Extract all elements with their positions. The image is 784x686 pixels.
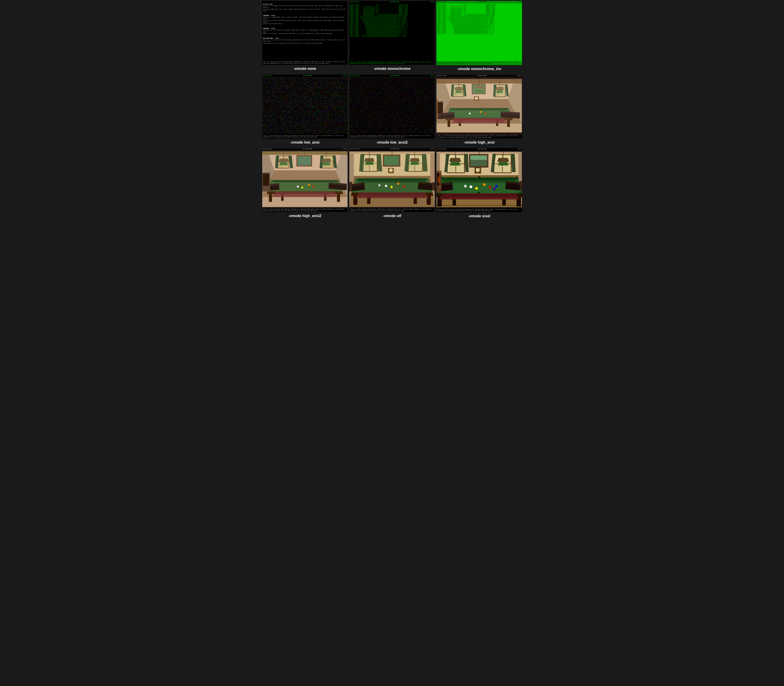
low-ansi2-title-right: 10/91 — [430, 75, 434, 77]
utf-title-left: Billiard Room — [350, 149, 359, 150]
svg-marker-35 — [451, 108, 508, 110]
svg-point-209 — [519, 192, 522, 195]
mono-titlebar: Billiard Room BILLIARD ROOM 10/91 — [349, 1, 435, 4]
svg-point-212 — [489, 186, 491, 189]
high-ansi2-title-right: 10/91 — [343, 149, 347, 150]
svg-marker-83 — [321, 158, 332, 162]
low-ansi2-label: -vmode low_ansi2 — [377, 140, 408, 144]
svg-point-210 — [469, 185, 473, 188]
mono-title-right: 10/91 — [430, 2, 434, 3]
screen-low-ansi: Billiard Room BILLIARD ROOM 10/91 This i… — [262, 75, 347, 139]
svg-marker-31 — [496, 90, 503, 93]
low-ansi-title-left: Billiard Room — [263, 75, 272, 77]
svg-rect-44 — [437, 102, 443, 114]
svg-point-96 — [301, 186, 303, 189]
svg-point-146 — [403, 185, 405, 188]
svg-marker-138 — [410, 162, 419, 165]
svg-marker-203 — [442, 181, 517, 183]
sixel-title-center: BILLIARD ROOM — [478, 149, 486, 150]
svg-point-95 — [312, 186, 315, 188]
cell-high-ansi: Billiard Room BILLIARD ROOM 10/91 — [435, 74, 523, 147]
svg-marker-142 — [357, 179, 427, 181]
sixel-caption: This is a large room with dim lighting, … — [437, 208, 522, 212]
svg-point-25 — [475, 88, 484, 90]
high-ansi-title-right: 10/91 — [517, 75, 521, 77]
svg-point-213 — [475, 187, 478, 190]
svg-point-230 — [520, 187, 521, 188]
cell-none: Entrance Hall Visitors are brought to th… — [261, 0, 349, 74]
svg-marker-195 — [450, 162, 461, 166]
svg-rect-239 — [438, 178, 439, 183]
svg-rect-174 — [437, 205, 522, 206]
sixel-room-label: Billiard Room — [437, 149, 446, 150]
none-terminal: Entrance Hall Visitors are brought to th… — [262, 1, 347, 47]
low-ansi-title-right: 10/91 — [343, 75, 347, 77]
svg-marker-135 — [365, 162, 374, 165]
sixel-label: -vmode sixel — [468, 214, 490, 218]
svg-marker-84 — [322, 162, 331, 165]
high-ansi-label: -vmode high_ansi — [464, 140, 495, 144]
screen-low-ansi2: Billiard Room BILLIARD ROOM 10/91 This i… — [349, 75, 435, 139]
screen-high-ansi2: Billiard Room BILLIARD ROOM 10/91 — [262, 148, 347, 212]
low-ansi2-titlebar: Billiard Room BILLIARD ROOM 10/91 — [349, 75, 435, 77]
cell-low-ansi: Billiard Room BILLIARD ROOM 10/91 This i… — [261, 74, 349, 147]
svg-point-94 — [308, 184, 310, 186]
low-ansi2-caption: This is a large room with dim lighting, … — [349, 135, 435, 139]
utf-caption: This is a large room with dim lighting, … — [349, 208, 435, 212]
screen-utf: Billiard Room BILLIARD ROOM 10/91 — [349, 148, 435, 212]
utf-room-svg — [349, 150, 435, 208]
mono-inv-ascii: +$$$$197.081$$$+,.......................… — [437, 4, 521, 35]
utf-title-right: 10/91 — [430, 149, 434, 150]
svg-rect-237 — [437, 171, 442, 173]
cell-utf: Billiard Room BILLIARD ROOM 10/91 — [349, 147, 435, 221]
mono-inv-caption: This is a large room with dim lighting, … — [437, 61, 522, 65]
sixel-titlebar: Billiard Room BILLIARD ROOM 10/91 — [437, 148, 522, 151]
high-ansi-title-center: BILLIARD ROOM — [478, 75, 486, 77]
low-ansi2-title-left: Billiard Room — [350, 75, 359, 77]
svg-point-147 — [391, 186, 393, 188]
svg-rect-36 — [448, 120, 450, 127]
svg-marker-28 — [455, 90, 462, 93]
sixel-title-right: 10/91 — [517, 149, 521, 150]
low-ansi-caption: This is a large room with dim lighting, … — [262, 135, 347, 139]
high-ansi2-caption: This is a large room with dim lighting, … — [262, 208, 347, 212]
high-ansi2-label: -vmode high_ansi2 — [288, 214, 321, 218]
sixel-room-svg — [437, 151, 522, 208]
high-ansi-caption: This is a large room with dim lighting, … — [437, 135, 522, 139]
svg-point-211 — [483, 183, 486, 186]
svg-marker-134 — [364, 158, 374, 162]
svg-rect-245 — [479, 173, 481, 173]
utf-label: -vmode utf — [383, 214, 401, 218]
mono-ascii: +$$$$197.081$$$+,.......................… — [350, 4, 434, 38]
cell-low-ansi2: Billiard Room BILLIARD ROOM 10/91 This i… — [349, 74, 435, 147]
screen-sixel: Billiard Room BILLIARD ROOM 10/91 — [437, 148, 522, 212]
screen-high-ansi: Billiard Room BILLIARD ROOM 10/91 — [437, 75, 522, 139]
low-ansi-titlebar: Billiard Room BILLIARD ROOM 10/91 — [262, 75, 347, 77]
mono-inv-title-center: BILLIARD ROOM — [478, 2, 486, 3]
svg-marker-88 — [272, 180, 338, 182]
comparison-grid: Entrance Hall Visitors are brought to th… — [261, 0, 523, 221]
svg-point-206 — [516, 177, 518, 179]
svg-rect-105 — [263, 173, 269, 186]
svg-marker-155 — [349, 181, 352, 191]
none-label: -vmode none — [293, 67, 316, 71]
mono-content: +$$$$197.081$$$+,.......................… — [349, 4, 435, 60]
mono-inv-title-left: Billiard Room — [437, 2, 446, 3]
high-ansi2-title-center: BILLIARD ROOM — [303, 149, 312, 150]
high-ansi-title-left: Billiard Room — [437, 75, 446, 77]
svg-marker-194 — [449, 158, 461, 162]
high-ansi-room-svg — [437, 77, 522, 134]
svg-marker-51 — [453, 118, 505, 122]
svg-marker-143 — [357, 181, 427, 183]
low-ansi2-title-center: BILLIARD ROOM — [390, 75, 399, 77]
svg-marker-30 — [495, 87, 504, 90]
svg-rect-248 — [471, 155, 487, 160]
svg-point-148 — [378, 184, 380, 186]
svg-point-40 — [469, 113, 471, 114]
screen-monochrome: Billiard Room BILLIARD ROOM 10/91 +$$$$1… — [349, 1, 435, 65]
cell-high-ansi2: Billiard Room BILLIARD ROOM 10/91 — [261, 147, 349, 221]
mono-title-center: BILLIARD ROOM — [390, 2, 399, 3]
utf-titlebar: Billiard Room BILLIARD ROOM 10/91 — [349, 148, 435, 150]
low-ansi-canvas — [262, 77, 347, 134]
monochrome-label: -vmode monochrome — [373, 67, 411, 71]
